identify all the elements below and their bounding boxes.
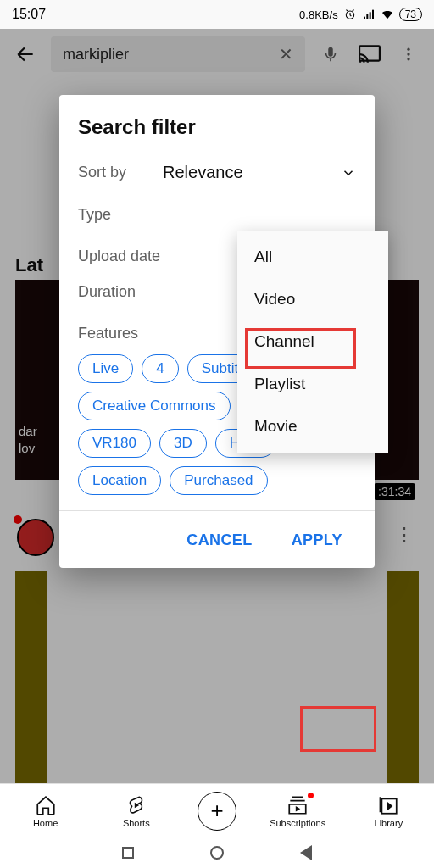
signal-icon	[362, 8, 376, 21]
home-button[interactable]	[210, 846, 224, 860]
nav-shorts[interactable]: Shorts	[107, 794, 166, 828]
svg-rect-4	[372, 10, 374, 19]
chip-4k[interactable]: 4	[142, 354, 178, 383]
svg-rect-1	[364, 17, 365, 19]
type-option-all[interactable]: All	[237, 236, 388, 278]
upload-date-label: Upload date	[78, 248, 163, 266]
plus-icon: +	[210, 798, 223, 824]
network-speed: 0.8KB/s	[299, 8, 338, 21]
type-option-movie[interactable]: Movie	[237, 405, 388, 448]
back-button-sys[interactable]	[300, 845, 312, 860]
status-bar: 15:07 0.8KB/s 73	[0, 0, 434, 29]
chip-creative-commons[interactable]: Creative Commons	[78, 392, 231, 420]
nav-subs-label: Subscriptions	[270, 818, 326, 828]
nav-library[interactable]: Library	[359, 794, 418, 828]
home-icon	[35, 794, 57, 816]
alarm-icon	[343, 8, 357, 21]
shorts-icon	[125, 794, 147, 816]
library-icon	[377, 794, 399, 816]
type-dropdown: All Video Channel Playlist Movie	[237, 231, 388, 453]
chevron-down-icon	[341, 165, 356, 181]
nav-home[interactable]: Home	[16, 794, 75, 828]
apply-button[interactable]: APPLY	[283, 525, 351, 556]
type-label: Type	[78, 206, 163, 224]
battery-level: 73	[399, 8, 422, 21]
dialog-footer: CANCEL APPLY	[59, 510, 375, 568]
duration-label: Duration	[78, 283, 163, 301]
nav-create[interactable]: +	[198, 792, 236, 831]
subscriptions-icon	[287, 794, 309, 816]
status-icons: 0.8KB/s 73	[299, 8, 422, 21]
system-nav	[0, 837, 434, 868]
nav-shorts-label: Shorts	[123, 818, 150, 828]
sort-by-value: Relevance	[163, 163, 243, 182]
chip-vr180[interactable]: VR180	[78, 429, 151, 458]
cancel-button[interactable]: CANCEL	[178, 525, 260, 556]
type-row[interactable]: Type	[78, 206, 356, 224]
wifi-icon	[381, 8, 394, 21]
nav-subscriptions[interactable]: Subscriptions	[268, 794, 327, 828]
nav-home-label: Home	[33, 818, 58, 828]
svg-rect-3	[369, 12, 370, 19]
sort-by-label: Sort by	[78, 164, 163, 181]
sort-by-row[interactable]: Sort by Relevance	[78, 163, 356, 182]
type-option-playlist[interactable]: Playlist	[237, 363, 388, 405]
nav-library-label: Library	[375, 818, 403, 828]
svg-rect-2	[366, 14, 368, 19]
recents-button[interactable]	[122, 847, 134, 859]
chip-3d[interactable]: 3D	[159, 429, 207, 458]
chip-location[interactable]: Location	[78, 466, 161, 495]
bottom-nav: Home Shorts + Subscriptions Library	[0, 783, 434, 837]
chip-purchased[interactable]: Purchased	[170, 466, 267, 495]
type-option-channel[interactable]: Channel	[237, 320, 388, 363]
type-option-video[interactable]: Video	[237, 278, 388, 320]
status-time: 15:07	[12, 7, 46, 22]
chip-live[interactable]: Live	[78, 354, 133, 383]
dialog-title: Search filter	[78, 115, 356, 139]
